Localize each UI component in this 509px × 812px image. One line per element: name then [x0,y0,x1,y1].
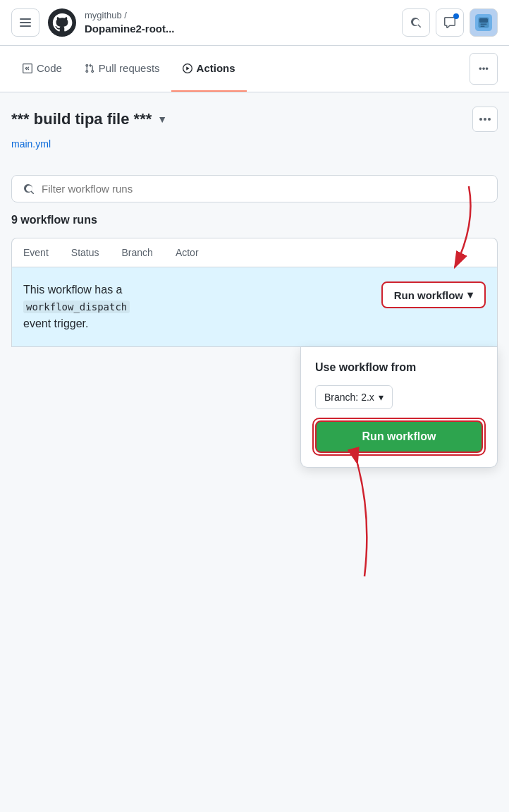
filter-actor[interactable]: Actor [176,247,199,258]
more-tabs-label: ••• [479,63,489,74]
header: mygithub / Dopamine2-root... [0,0,509,46]
svg-rect-0 [20,18,31,20]
svg-point-11 [488,118,491,121]
branch-chevron: ▾ [379,392,384,403]
search-bar-icon [23,183,35,195]
tab-actions-label: Actions [197,62,235,74]
workflow-section: Event Status Branch Actor This workflow … [11,238,498,595]
filter-event[interactable]: Event [23,247,49,258]
hamburger-icon [20,17,31,28]
profile-button[interactable] [470,8,498,37]
more-tabs-button[interactable]: ••• [470,53,498,85]
run-workflow-label: Run workflow [394,289,463,301]
arrow-spacer [11,468,498,595]
profile-icon [475,14,492,31]
popup-row: Use workflow from Branch: 2.x ▾ Run work… [11,347,498,468]
org-name: mygithub / [85,10,393,22]
svg-rect-6 [479,18,488,23]
tab-actions[interactable]: Actions [171,46,247,92]
search-icon [410,17,422,28]
notification-dot [453,13,459,19]
tab-code-label: Code [37,62,62,74]
run-workflow-button[interactable]: Run workflow ▾ [381,281,486,308]
inbox-icon [444,17,455,28]
repo-name: Dopamine2-root... [85,22,393,36]
popup-title: Use workflow from [315,361,483,374]
search-button[interactable] [402,8,430,37]
workflow-count: 9 workflow runs [11,214,498,226]
header-icons [402,8,498,37]
workflow-dropdown-chevron[interactable]: ▼ [157,114,167,125]
workflow-name: *** build tipa file *** [11,110,152,128]
svg-rect-7 [481,24,487,25]
repo-info: mygithub / Dopamine2-root... [85,10,393,35]
svg-point-10 [484,118,486,121]
tab-bar: Code Pull requests Actions ••• [0,46,509,92]
svg-point-9 [479,118,482,121]
arrow-to-run-green-button [329,460,386,580]
workflow-popup: Use workflow from Branch: 2.x ▾ Run work… [300,347,498,468]
dispatch-text-1: This workflow has a [23,284,123,296]
code-icon [23,63,32,73]
github-logo [48,8,76,37]
search-input[interactable] [42,183,486,195]
search-bar [11,175,498,202]
svg-rect-2 [20,25,31,27]
run-workflow-green-button[interactable]: Run workflow [315,420,483,453]
svg-rect-8 [481,26,485,28]
ellipsis-icon [479,118,491,121]
dispatch-text-2: event trigger. [23,317,89,329]
filter-branch[interactable]: Branch [122,247,153,258]
notifications-button[interactable] [436,8,464,37]
filter-status[interactable]: Status [71,247,99,258]
workflow-title: *** build tipa file *** ▼ [11,110,167,128]
tab-pr-label: Pull requests [99,62,160,74]
filter-bar: Event Status Branch Actor [11,238,498,267]
actions-icon [183,63,192,73]
dispatch-section: This workflow has a workflow_dispatch ev… [11,267,498,347]
main-content: *** build tipa file *** ▼ main.yml 9 wor… [0,92,509,609]
branch-label: Branch: 2.x [324,392,374,403]
dispatch-code: workflow_dispatch [23,301,130,313]
workflow-title-row: *** build tipa file *** ▼ [11,107,498,132]
dispatch-text: This workflow has a workflow_dispatch ev… [23,281,130,332]
workflow-more-button[interactable] [472,107,498,132]
run-workflow-chevron: ▾ [467,289,473,301]
run-btn-container: Run workflow [315,420,483,453]
branch-select[interactable]: Branch: 2.x ▾ [315,385,393,409]
pr-icon [85,63,94,73]
menu-button[interactable] [11,8,39,37]
svg-rect-1 [20,22,31,23]
tab-pull-requests[interactable]: Pull requests [73,46,171,92]
workflow-file-link[interactable]: main.yml [11,138,51,150]
tab-code[interactable]: Code [11,46,73,92]
